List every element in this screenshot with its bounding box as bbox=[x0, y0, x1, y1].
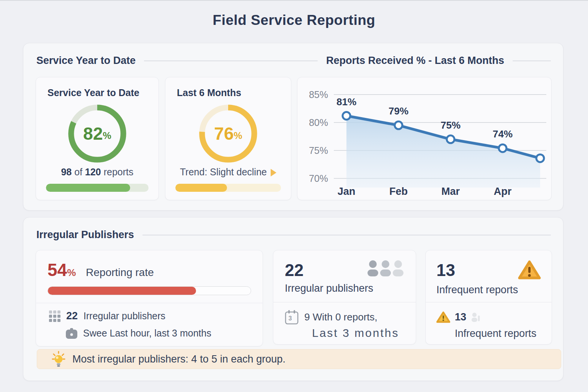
six-months-donut-chart: 76% bbox=[196, 101, 260, 166]
svg-text:75%: 75% bbox=[441, 119, 461, 131]
grid-dots-icon bbox=[49, 310, 60, 322]
ytd-card: Service Year to Date 82% 98 of 120 repor… bbox=[36, 77, 159, 200]
ytd-donut-chart: 82% bbox=[65, 101, 129, 166]
publishers-count: 22 bbox=[285, 260, 304, 279]
svg-text:79%: 79% bbox=[389, 105, 408, 117]
insight-text: Most irregular publishers: 4 to 5 in eac… bbox=[72, 353, 286, 365]
svg-text:Feb: Feb bbox=[389, 186, 408, 197]
irregular-section-heading: Irregular Publishers bbox=[36, 229, 134, 241]
reporting-rate-value: 54 bbox=[47, 260, 67, 280]
warning-small-icon bbox=[436, 311, 450, 323]
publishers-count-card: 22 Irregular publishers 3 9 With 0 repor… bbox=[273, 250, 416, 345]
schedule-row: Swee Last hour, last 3 months bbox=[49, 328, 251, 339]
ytd-progress-fill bbox=[46, 184, 130, 192]
service-section-heading: Service Year to Date bbox=[36, 55, 136, 67]
trend-arrow-icon[interactable] bbox=[271, 169, 276, 176]
reports-line-chart: 85%80%75%70%81%79%75%74%JanFebMarApr bbox=[297, 77, 552, 201]
schedule-box-icon bbox=[66, 328, 77, 339]
svg-text:70%: 70% bbox=[309, 173, 328, 184]
svg-text:75%: 75% bbox=[309, 145, 328, 156]
divider bbox=[144, 60, 318, 61]
publishers-detail-line1: 9 With 0 reports, bbox=[304, 310, 399, 323]
infrequent-detail-label: Infrequent reports bbox=[455, 328, 541, 340]
reporting-rate-card: 54% Reporting rate 22 Irregular publis bbox=[36, 250, 263, 346]
six-months-card: Last 6 Months 76% Trend: Slight decline bbox=[165, 77, 291, 200]
divider bbox=[513, 60, 551, 61]
irregular-publishers-row: 22 Irregular publishers bbox=[49, 310, 251, 322]
schedule-label: Swee Last hour, last 3 months bbox=[83, 328, 211, 339]
service-section: Service Year to Date Reports Received % … bbox=[23, 43, 564, 211]
trend-line: Trend: Slight decline bbox=[175, 167, 281, 178]
ytd-donut-value: 82% bbox=[65, 101, 129, 166]
infrequent-count: 13 bbox=[436, 260, 455, 279]
svg-text:80%: 80% bbox=[309, 117, 328, 128]
ytd-card-title: Service Year to Date bbox=[47, 87, 149, 98]
svg-text:3: 3 bbox=[289, 315, 292, 322]
reporting-rate-row: 54% Reporting rate bbox=[47, 260, 251, 280]
reports-line-chart-card: 85%80%75%70%81%79%75%74%JanFebMarApr bbox=[297, 77, 552, 200]
infrequent-count-label: Infrequent reports bbox=[436, 284, 541, 296]
publishers-detail: 3 9 With 0 reports, Last 3 months bbox=[285, 302, 404, 340]
person-ghost-icon bbox=[471, 312, 481, 322]
six-months-donut-value: 76% bbox=[196, 101, 260, 166]
line-chart-heading: Reports Received % - Last 6 Months bbox=[326, 55, 504, 67]
svg-text:Apr: Apr bbox=[494, 186, 512, 197]
six-months-card-title: Last 6 Months bbox=[177, 87, 281, 98]
svg-text:85%: 85% bbox=[309, 89, 328, 100]
divider bbox=[142, 235, 551, 235]
irregular-publishers-count: 22 bbox=[66, 310, 78, 322]
service-section-header: Service Year to Date Reports Received % … bbox=[23, 43, 563, 67]
lightbulb-icon bbox=[52, 351, 65, 367]
svg-text:Mar: Mar bbox=[441, 186, 460, 197]
infrequent-reports-card: 13 Infrequent reports 13 Infrequ bbox=[425, 250, 552, 345]
six-months-progress-bar bbox=[175, 184, 281, 192]
svg-text:Jan: Jan bbox=[338, 186, 356, 197]
ytd-detail: 98 of 120 reports bbox=[46, 167, 149, 178]
irregular-section-header: Irregular Publishers bbox=[23, 217, 563, 241]
reporting-rate-fill bbox=[48, 287, 196, 295]
page-title: Field Service Reporting bbox=[0, 1, 588, 28]
publishers-detail-line2: Last 3 months bbox=[312, 327, 399, 340]
insight-banner: Most irregular publishers: 4 to 5 in eac… bbox=[37, 349, 561, 369]
users-icon bbox=[368, 260, 404, 276]
reporting-rate-label: Reporting rate bbox=[86, 266, 154, 279]
publishers-count-label: Irregular publishers bbox=[285, 283, 404, 294]
infrequent-detail-row: 13 bbox=[436, 310, 541, 323]
ytd-progress-bar bbox=[46, 184, 149, 192]
svg-text:74%: 74% bbox=[493, 128, 513, 140]
warning-icon bbox=[518, 260, 541, 280]
irregular-publishers-label: Irregular publishers bbox=[83, 310, 165, 322]
irregular-section: Irregular Publishers 54% Reporting rate bbox=[23, 217, 564, 381]
reporting-rate-bar bbox=[47, 286, 251, 295]
svg-text:81%: 81% bbox=[336, 96, 356, 108]
six-months-progress-fill bbox=[175, 184, 227, 192]
calendar-icon: 3 bbox=[285, 310, 299, 325]
infrequent-detail-count: 13 bbox=[455, 311, 466, 323]
